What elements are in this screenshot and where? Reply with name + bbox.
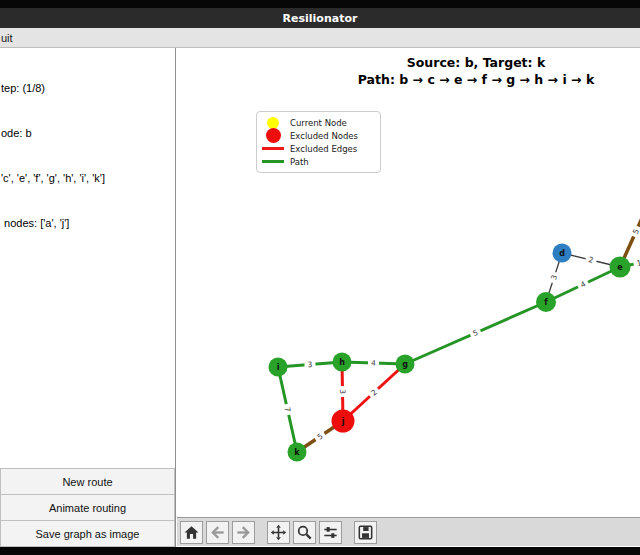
info-line-excluded-nodes: nodes: ['a', 'j'] xyxy=(1,216,173,231)
node-label-i: i xyxy=(277,363,280,372)
sliders-icon xyxy=(322,524,339,541)
screen-top-strip xyxy=(0,0,640,8)
route-info-text: tep: (1/8) ode: b 'c', 'e', 'f', 'g', 'h… xyxy=(0,51,173,261)
new-route-button[interactable]: New route xyxy=(0,468,175,494)
pan-button[interactable] xyxy=(267,521,290,544)
forward-arrow-icon xyxy=(235,524,252,541)
node-label-k: k xyxy=(294,448,300,457)
save-figure-button[interactable] xyxy=(354,521,377,544)
network-graph: 235534541732ihgkjfde xyxy=(177,48,640,555)
node-label-g: g xyxy=(402,360,408,369)
forward-button[interactable] xyxy=(232,521,255,544)
sidebar-button-group: New route Animate routing Save graph as … xyxy=(0,468,175,547)
magnifier-icon xyxy=(296,524,313,541)
app-window: Resilionator uit tep: (1/8) ode: b 'c', … xyxy=(0,0,640,555)
menu-item-quit[interactable]: uit xyxy=(0,32,13,44)
home-button[interactable] xyxy=(180,521,203,544)
zoom-button[interactable] xyxy=(293,521,316,544)
plot-canvas[interactable]: Source: b, Target: k Path: b → c → e → f… xyxy=(177,48,640,555)
configure-subplots-button[interactable] xyxy=(319,521,342,544)
window-title: Resilionator xyxy=(283,12,358,25)
info-line-step: tep: (1/8) xyxy=(1,81,173,96)
save-graph-image-button[interactable]: Save graph as image xyxy=(0,520,175,547)
pan-move-icon xyxy=(270,524,287,541)
node-label-d: d xyxy=(559,249,565,258)
node-label-j: j xyxy=(341,417,345,426)
edge-weight-label: 4 xyxy=(371,358,376,367)
home-icon xyxy=(183,524,200,541)
edge-weight-label: 3 xyxy=(307,360,313,369)
node-label-e: e xyxy=(617,263,623,272)
edge-weight-label: 1 xyxy=(636,258,640,268)
edge-weight-label: 3 xyxy=(338,389,347,394)
menu-bar: uit xyxy=(0,28,640,48)
node-label-h: h xyxy=(339,358,345,367)
animate-routing-button[interactable]: Animate routing xyxy=(0,494,175,520)
matplotlib-toolbar xyxy=(177,517,640,546)
back-arrow-icon xyxy=(209,524,226,541)
info-line-node: ode: b xyxy=(1,126,173,141)
node-label-f: f xyxy=(544,298,548,307)
window-titlebar: Resilionator xyxy=(0,8,640,28)
screen-bottom-strip xyxy=(0,547,640,555)
floppy-save-icon xyxy=(357,524,374,541)
sidebar-panel: tep: (1/8) ode: b 'c', 'e', 'f', 'g', 'h… xyxy=(0,48,176,555)
info-line-path-list: 'c', 'e', 'f', 'g', 'h', 'i', 'k'] xyxy=(1,171,173,186)
back-button[interactable] xyxy=(206,521,229,544)
